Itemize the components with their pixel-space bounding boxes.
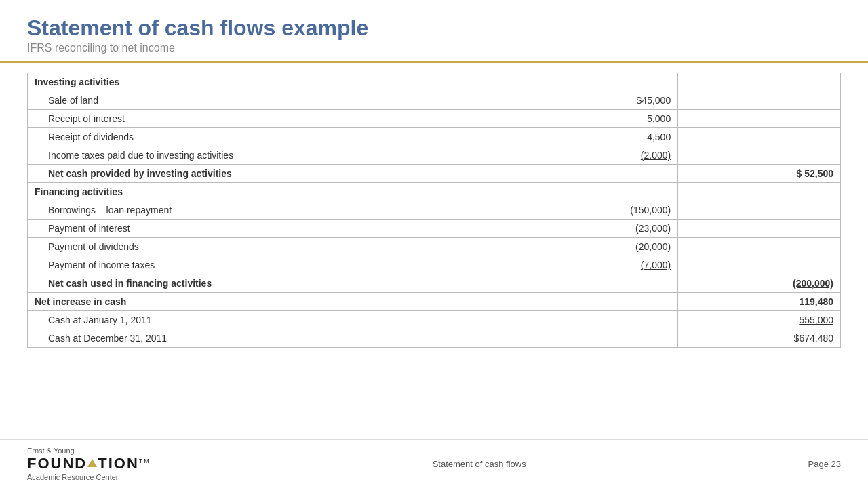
row-amount1: 5,000 bbox=[515, 110, 678, 128]
row-amount2 bbox=[678, 183, 841, 201]
row-description: Borrowings – loan repayment bbox=[28, 201, 515, 220]
row-amount1: (150,000) bbox=[515, 201, 678, 220]
row-amount1: (7,000) bbox=[515, 256, 678, 274]
logo-found-text: FOUND bbox=[27, 455, 87, 472]
row-amount2 bbox=[678, 201, 841, 220]
row-description: Income taxes paid due to investing activ… bbox=[28, 146, 515, 165]
row-description: Investing activities bbox=[28, 73, 515, 92]
footer: Ernst & Young FOUND TIONTM Academic Reso… bbox=[0, 439, 868, 488]
row-amount1 bbox=[515, 183, 678, 201]
row-amount2: $674,480 bbox=[678, 329, 841, 348]
logo-a-triangle-icon bbox=[87, 459, 97, 467]
logo-sub-text: Academic Resource Center bbox=[27, 473, 151, 481]
row-description: Cash at December 31, 2011 bbox=[28, 329, 515, 348]
row-amount1: (23,000) bbox=[515, 220, 678, 238]
row-amount2 bbox=[678, 256, 841, 274]
row-description: Payment of dividends bbox=[28, 238, 515, 256]
row-amount1: (2,000) bbox=[515, 146, 678, 165]
row-amount2: 119,480 bbox=[678, 293, 841, 311]
row-amount2 bbox=[678, 238, 841, 256]
row-description: Net cash used in financing activities bbox=[28, 274, 515, 293]
row-amount2 bbox=[678, 128, 841, 146]
cash-flow-table: Investing activitiesSale of land$45,000R… bbox=[27, 73, 841, 348]
row-amount1 bbox=[515, 311, 678, 329]
footer-page-label: Page 23 bbox=[808, 459, 841, 469]
header: Statement of cash flows example IFRS rec… bbox=[0, 0, 868, 63]
row-amount2 bbox=[678, 73, 841, 92]
row-amount1 bbox=[515, 73, 678, 92]
row-amount1: (20,000) bbox=[515, 238, 678, 256]
page-subtitle: IFRS reconciling to net income bbox=[27, 42, 841, 54]
row-amount1 bbox=[515, 274, 678, 293]
logo-brand: FOUND TIONTM bbox=[27, 455, 151, 472]
row-amount2 bbox=[678, 146, 841, 165]
row-amount1 bbox=[515, 293, 678, 311]
row-amount1 bbox=[515, 329, 678, 348]
table-container: Investing activitiesSale of land$45,000R… bbox=[0, 63, 868, 439]
row-amount2 bbox=[678, 92, 841, 110]
row-description: Financing activities bbox=[28, 183, 515, 201]
row-amount1: 4,500 bbox=[515, 128, 678, 146]
row-amount2 bbox=[678, 220, 841, 238]
row-description: Payment of income taxes bbox=[28, 256, 515, 274]
row-amount2: 555,000 bbox=[678, 311, 841, 329]
row-description: Net increase in cash bbox=[28, 293, 515, 311]
page-container: Statement of cash flows example IFRS rec… bbox=[0, 0, 868, 488]
row-description: Cash at January 1, 2011 bbox=[28, 311, 515, 329]
row-description: Net cash provided by investing activitie… bbox=[28, 165, 515, 183]
logo-top-text: Ernst & Young bbox=[27, 447, 151, 455]
row-amount1: $45,000 bbox=[515, 92, 678, 110]
logo-tion-text: TIONTM bbox=[98, 455, 151, 472]
row-description: Receipt of interest bbox=[28, 110, 515, 128]
row-description: Sale of land bbox=[28, 92, 515, 110]
row-description: Receipt of dividends bbox=[28, 128, 515, 146]
row-amount2 bbox=[678, 110, 841, 128]
footer-center-text: Statement of cash flows bbox=[433, 459, 526, 469]
row-amount2: (200,000) bbox=[678, 274, 841, 293]
row-amount2: $ 52,500 bbox=[678, 165, 841, 183]
footer-logo: Ernst & Young FOUND TIONTM Academic Reso… bbox=[27, 447, 151, 481]
row-description: Payment of interest bbox=[28, 220, 515, 238]
row-amount1 bbox=[515, 165, 678, 183]
page-title: Statement of cash flows example bbox=[27, 15, 841, 41]
